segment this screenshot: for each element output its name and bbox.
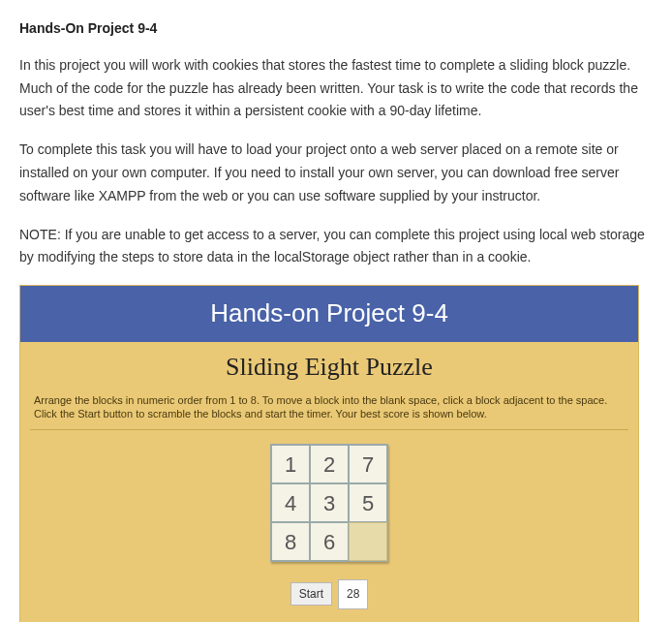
tile-1[interactable]: 2: [310, 445, 349, 483]
tile-7[interactable]: 6: [310, 522, 349, 561]
puzzle-app: Hands-on Project 9-4 Sliding Eight Puzzl…: [19, 285, 639, 622]
app-instructions: Arrange the blocks in numeric order from…: [20, 391, 638, 428]
controls-row: Start 28: [20, 579, 638, 608]
tile-3[interactable]: 4: [271, 483, 310, 522]
tile-4[interactable]: 3: [310, 483, 349, 522]
tile-blank: [349, 522, 387, 561]
intro-paragraph-3: NOTE: If you are unable to get access to…: [19, 224, 653, 270]
divider: [30, 429, 628, 430]
tile-0[interactable]: 1: [271, 445, 310, 483]
intro-paragraph-2: To complete this task you will have to l…: [19, 139, 653, 207]
tile-2[interactable]: 7: [349, 445, 387, 483]
app-banner: Hands-on Project 9-4: [20, 286, 638, 342]
page-title: Hands-On Project 9-4: [19, 17, 653, 41]
tile-5[interactable]: 5: [349, 483, 387, 522]
tile-6[interactable]: 8: [271, 522, 310, 561]
best-time-text: Your best time is 16 seconds: [20, 615, 638, 622]
start-button[interactable]: Start: [290, 582, 332, 606]
timer-display: 28: [338, 579, 368, 608]
puzzle-board: 1 2 7 4 3 5 8 6: [270, 444, 388, 562]
intro-paragraph-1: In this project you will work with cooki…: [19, 54, 653, 123]
app-subtitle: Sliding Eight Puzzle: [20, 342, 638, 390]
